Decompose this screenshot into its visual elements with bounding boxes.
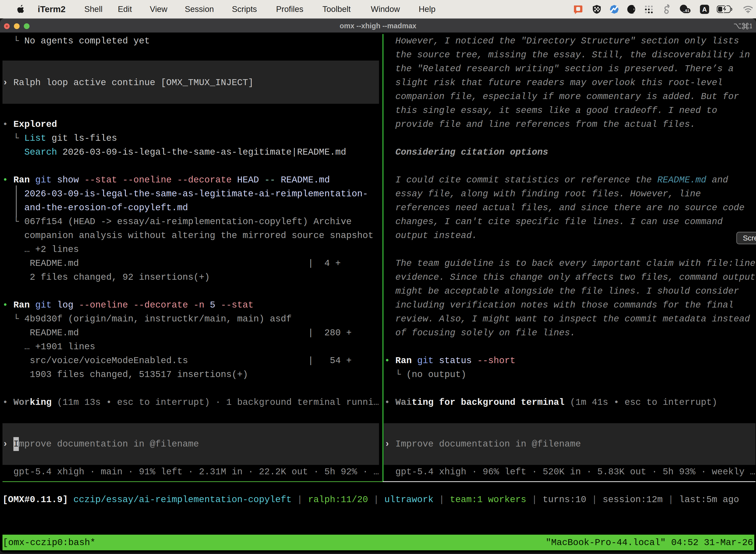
svg-text:A: A: [702, 6, 707, 13]
svg-text:1: 1: [749, 22, 752, 30]
svg-text:..61: ..61: [683, 8, 689, 13]
